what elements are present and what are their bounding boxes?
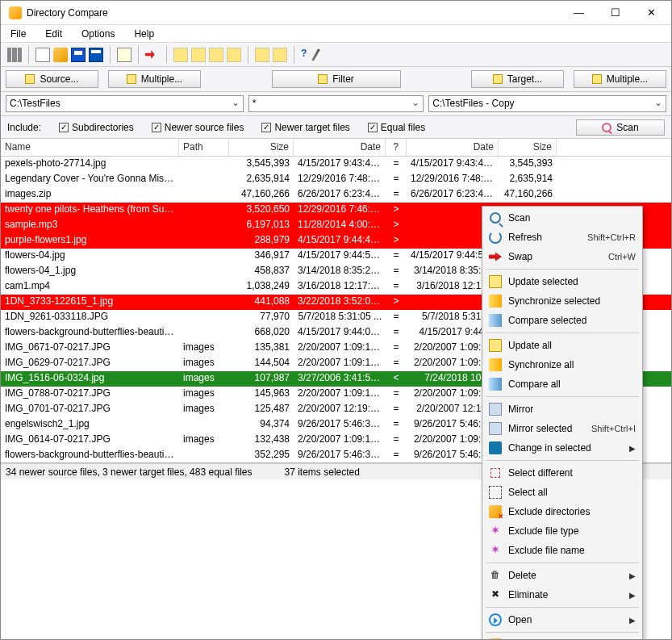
multiple-right-button[interactable]: Multiple... — [574, 70, 666, 88]
cell-size: 3,545,393 — [229, 157, 294, 172]
menu-options[interactable]: Options — [77, 27, 119, 41]
minimize-button[interactable]: — — [561, 1, 597, 24]
col-date-right[interactable]: Date — [407, 139, 499, 156]
subdirs-checkbox[interactable]: ✓Subdirectories — [59, 122, 134, 133]
help-icon[interactable]: ? — [301, 48, 307, 62]
menu-item-delete[interactable]: 🗑Delete▶ — [484, 566, 641, 585]
menu-item-update-all[interactable]: Update all — [484, 336, 641, 355]
menu-file[interactable]: File — [6, 27, 31, 41]
menu-item-open[interactable]: Open▶ — [484, 610, 641, 630]
menu-item-select-different[interactable]: Select different — [484, 463, 641, 483]
cell-size: 6,197,013 — [229, 218, 294, 233]
properties-icon[interactable] — [117, 48, 131, 62]
cell-compare: = — [386, 264, 407, 279]
menu-item-exclude-directories[interactable]: Exclude directories — [484, 502, 641, 521]
cell-size: 1,038,249 — [229, 279, 294, 295]
swap-icon[interactable] — [145, 48, 160, 62]
filter-2-icon[interactable] — [191, 48, 206, 62]
menu-item-eliminate[interactable]: ✖Eliminate▶ — [484, 585, 641, 604]
menu-item-label: Exclude directories — [508, 506, 636, 517]
menu-item-compare-selected[interactable]: Compare selected — [484, 311, 641, 330]
col-name[interactable]: Name — [1, 139, 179, 156]
cell-compare: = — [386, 157, 407, 172]
menu-item-change-in-selected[interactable]: Change in selected▶ — [484, 438, 641, 458]
save-icon[interactable] — [71, 48, 86, 62]
include-label: Include: — [7, 122, 41, 133]
menu-item-label: Update selected — [508, 276, 636, 287]
cell-compare: < — [386, 371, 407, 387]
cell-name: IMG_0629-07-0217.JPG — [1, 356, 179, 371]
target-button[interactable]: Target... — [471, 70, 564, 88]
cell-date-left: 4/15/2017 9:44:03 ... — [294, 325, 386, 341]
cell-date-left: 4/15/2017 9:43:46 ... — [294, 157, 386, 172]
newer-target-checkbox[interactable]: ✓Newer target files — [261, 122, 349, 133]
filter-icon — [592, 74, 602, 84]
cell-size: 352,295 — [229, 448, 294, 463]
col-date-left[interactable]: Date — [294, 139, 386, 156]
menu-item-mirror-selected[interactable]: Mirror selectedShift+Ctrl+I — [484, 419, 641, 438]
menu-edit[interactable]: Edit — [40, 27, 67, 41]
source-path-select[interactable]: C:\TestFiles — [6, 95, 244, 112]
cell-path — [179, 249, 229, 264]
menu-item-label: Scan — [508, 212, 636, 224]
menu-item-compare-all[interactable]: Compare all — [484, 374, 641, 394]
cell-path — [179, 264, 229, 279]
cell-size-right: 47,160,266 — [499, 187, 557, 203]
cell-compare: > — [386, 295, 407, 310]
maximize-button[interactable]: ☐ — [597, 1, 633, 24]
col-path[interactable]: Path — [179, 139, 229, 156]
filter-4-icon[interactable] — [227, 48, 241, 62]
table-row[interactable]: images.zip47,160,2666/26/2017 6:23:45 ..… — [1, 187, 671, 203]
multiple-left-button[interactable]: Multiple... — [108, 70, 201, 88]
cell-name: purple-flowers1.jpg — [1, 233, 179, 249]
target-path-select[interactable]: C:\TestFiles - Copy — [428, 95, 666, 112]
cell-date-right: 4/15/2017 9:43:46 ... — [407, 157, 499, 172]
columns-icon[interactable] — [7, 48, 22, 62]
menu-item-update-selected[interactable]: Update selected — [484, 272, 641, 291]
close-button[interactable]: ✕ — [633, 1, 670, 24]
open-icon[interactable] — [53, 48, 68, 62]
menu-item-refresh[interactable]: RefreshShift+Ctrl+R — [484, 228, 641, 247]
source-button[interactable]: Source... — [6, 70, 98, 88]
filter-3-icon[interactable] — [209, 48, 223, 62]
col-compare[interactable]: ? — [386, 139, 407, 156]
cell-date-left: 2/20/2007 1:09:11 ... — [294, 433, 386, 448]
menu-item-synchronize-all[interactable]: Synchronize all — [484, 355, 641, 374]
cell-date-left: 3/16/2018 12:17:4... — [294, 279, 386, 295]
filter-button[interactable]: Filter — [272, 70, 401, 88]
menu-item-shortcut: Shift+Ctrl+R — [587, 232, 636, 242]
filter-5-icon[interactable] — [255, 48, 269, 62]
menu-item-select-all[interactable]: Select all — [484, 483, 641, 502]
cell-path: images — [179, 356, 229, 371]
menu-item-swap[interactable]: SwapCtrl+W — [484, 247, 641, 266]
equal-files-checkbox[interactable]: ✓Equal files — [368, 122, 425, 133]
filter-6-icon[interactable] — [273, 48, 287, 62]
wand-icon[interactable] — [312, 48, 321, 61]
cell-name: flowers-04.jpg — [1, 249, 179, 264]
menu-item-exclude-file-name[interactable]: ✶Exclude file name — [484, 541, 641, 560]
filter-pattern-select[interactable]: * — [248, 95, 424, 112]
menu-help[interactable]: Help — [129, 27, 159, 41]
cell-path — [179, 310, 229, 325]
cell-size: 77,970 — [229, 310, 294, 325]
scan-button[interactable]: Scan — [576, 119, 665, 136]
filter-icon — [127, 74, 136, 84]
cell-name: IMG_0614-07-0217.JPG — [1, 433, 179, 448]
table-row[interactable]: pexels-photo-27714.jpg3,545,3934/15/2017… — [1, 157, 671, 172]
table-row[interactable]: Legendary Cover - You're Gonna Miss Me .… — [1, 172, 671, 187]
col-size-right[interactable]: Size — [499, 139, 557, 156]
menu-item-label: Eliminate — [508, 589, 623, 600]
col-size[interactable]: Size — [229, 139, 294, 156]
save-all-icon[interactable] — [89, 48, 103, 62]
menu-item-exclude-file-type[interactable]: ✶Exclude file type — [484, 521, 641, 541]
filter-1-icon[interactable] — [173, 48, 188, 62]
menu-item-mirror[interactable]: Mirror — [484, 399, 641, 419]
newer-source-checkbox[interactable]: ✓Newer source files — [152, 122, 244, 133]
menu-item-scan[interactable]: Scan — [484, 208, 641, 228]
menu-item-synchronize-selected[interactable]: Synchronize selected — [484, 291, 641, 311]
upd-icon — [489, 339, 502, 352]
cell-compare: = — [386, 172, 407, 187]
menu-item-send-to-another-folder[interactable]: Send to another folder▶ — [484, 635, 641, 640]
new-icon[interactable] — [35, 48, 50, 62]
cell-name: IMG_0671-07-0217.JPG — [1, 341, 179, 356]
